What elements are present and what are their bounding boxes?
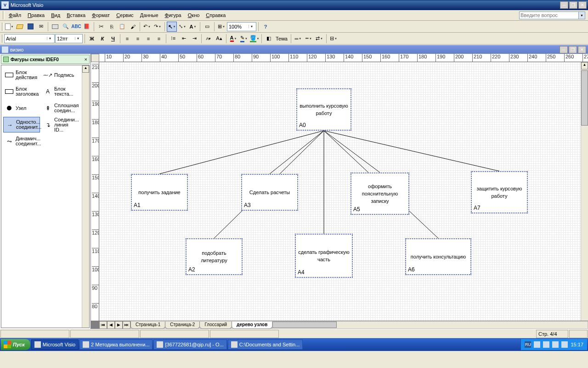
bullets-icon[interactable]: ⁝≡ bbox=[168, 34, 178, 44]
redo-icon[interactable]: ↷▼ bbox=[153, 22, 163, 32]
mail-icon[interactable]: ✉ bbox=[36, 22, 46, 32]
vertical-scrollbar[interactable]: ▲ bbox=[581, 62, 588, 321]
page-nav-last[interactable]: ⏭ bbox=[123, 321, 130, 329]
align-right-icon[interactable]: ≡ bbox=[143, 34, 153, 44]
save-icon[interactable] bbox=[25, 22, 35, 32]
taskbar-task[interactable]: C:\Documents and Settin... bbox=[228, 339, 303, 350]
paste-icon[interactable]: 📋 bbox=[117, 22, 127, 32]
connector-tool-icon[interactable]: ⤡▼ bbox=[177, 22, 187, 32]
doc-close-button[interactable]: ✕ bbox=[578, 46, 586, 53]
taskbar-task[interactable]: [367722681@qip.ru] - О... bbox=[153, 339, 226, 350]
fill-color-icon[interactable]: 🪣▼ bbox=[249, 34, 260, 44]
diagram-node-A5[interactable]: оформить пояснительную запискуA5 bbox=[351, 172, 409, 215]
tray-icon[interactable] bbox=[534, 341, 540, 348]
shapes-window-icon[interactable]: ⊞▼ bbox=[216, 22, 226, 32]
open-icon[interactable] bbox=[15, 22, 25, 32]
new-icon[interactable]: ▼ bbox=[4, 22, 14, 32]
line-pattern-icon[interactable]: ┅▼ bbox=[304, 34, 314, 44]
print-preview-icon[interactable]: 🔍 bbox=[61, 22, 71, 32]
start-button[interactable]: Пуск bbox=[1, 339, 30, 350]
menu-Формат[interactable]: Формат bbox=[89, 11, 113, 19]
shape-stencil-item[interactable]: ⇞Сплошнаясоедин... bbox=[42, 100, 79, 116]
pointer-tool-icon[interactable]: ↖▼ bbox=[167, 22, 177, 32]
page-tab[interactable]: Страница-2 bbox=[165, 322, 200, 329]
text-tool-icon[interactable]: A▼ bbox=[188, 22, 198, 32]
shape-stencil-item[interactable]: Блокдействия bbox=[3, 67, 40, 83]
menu-Правка[interactable]: Правка bbox=[24, 11, 48, 19]
diagram-node-A1[interactable]: получить заданиеA1 bbox=[131, 174, 188, 211]
increase-indent-icon[interactable]: ⇥ bbox=[189, 34, 199, 44]
rectangle-tool-icon[interactable]: ▭ bbox=[202, 22, 212, 32]
underline-icon[interactable]: Ч bbox=[108, 34, 118, 44]
align-left-icon[interactable]: ≡ bbox=[122, 34, 132, 44]
page-tab[interactable]: Глоссарий bbox=[199, 322, 232, 329]
theme-icon[interactable]: ◧ bbox=[264, 34, 274, 44]
font-name-combo[interactable]: Arial▼ bbox=[4, 34, 55, 43]
align-center-icon[interactable]: ≡ bbox=[133, 34, 143, 44]
shape-stencil-item[interactable]: ↴Соедини...линия ID... bbox=[42, 117, 79, 132]
page-nav-next[interactable]: ▶ bbox=[115, 321, 123, 329]
doc-restore-button[interactable]: ❐ bbox=[569, 46, 577, 53]
tray-clock[interactable]: 15:17 bbox=[571, 342, 583, 347]
decrease-font-icon[interactable]: A▾ bbox=[204, 34, 214, 44]
font-size-combo[interactable]: 12пт▼ bbox=[55, 34, 83, 43]
copy-icon[interactable]: ⎘ bbox=[107, 22, 117, 32]
increase-font-icon[interactable]: A▴ bbox=[214, 34, 224, 44]
cut-icon[interactable]: ✂ bbox=[96, 22, 106, 32]
menu-Вставка[interactable]: Вставка bbox=[63, 11, 89, 19]
menu-Окно[interactable]: Окно bbox=[185, 11, 203, 19]
close-button[interactable]: ✕ bbox=[578, 1, 587, 9]
shapes-scrollbar[interactable]: ▲ bbox=[82, 65, 89, 328]
diagram-node-A7[interactable]: защитить курсовую работуA7 bbox=[471, 171, 528, 213]
shape-stencil-item[interactable]: ⤳Динамич...соединит... bbox=[3, 133, 40, 149]
shape-stencil-item[interactable]: Блокзаголовка bbox=[3, 84, 40, 99]
decrease-indent-icon[interactable]: ⇤ bbox=[179, 34, 189, 44]
taskbar-task[interactable]: Microsoft Visio bbox=[31, 339, 79, 350]
ask-dropdown-icon[interactable]: ▼ bbox=[579, 12, 585, 19]
spelling-icon[interactable]: ABC bbox=[71, 22, 81, 32]
menu-Данные[interactable]: Данные bbox=[137, 11, 162, 19]
menu-Справка[interactable]: Справка bbox=[203, 11, 229, 19]
diagram-node-A4[interactable]: сделать графическую частьA4 bbox=[295, 234, 353, 278]
diagram-node-A0[interactable]: выполнить курсовую работуA0 bbox=[296, 88, 351, 131]
page-tab[interactable]: Страница-1 bbox=[130, 322, 165, 329]
zoom-combo[interactable]: 100%▼ bbox=[227, 22, 256, 31]
menu-Фигура[interactable]: Фигура bbox=[162, 11, 185, 19]
menu-Вид[interactable]: Вид bbox=[48, 11, 63, 19]
shape-stencil-item[interactable]: Узел bbox=[3, 100, 40, 116]
font-color-icon[interactable]: A▼ bbox=[228, 34, 238, 44]
line-weight-icon[interactable]: ═▼ bbox=[293, 34, 303, 44]
print-icon[interactable] bbox=[50, 22, 60, 32]
page-nav-first[interactable]: ⏮ bbox=[99, 321, 107, 329]
doc-minimize-button[interactable]: ─ bbox=[560, 46, 568, 53]
align-shapes-icon[interactable]: ⊟▼ bbox=[328, 34, 339, 44]
format-painter-icon[interactable]: 🖌 bbox=[128, 22, 138, 32]
shape-stencil-item[interactable]: →Односто...соединит... bbox=[3, 117, 40, 132]
ask-question-input[interactable] bbox=[519, 12, 579, 19]
minimize-button[interactable]: ─ bbox=[560, 1, 568, 9]
page-tab[interactable]: дерево узлов bbox=[232, 322, 272, 329]
horizontal-scrollbar[interactable] bbox=[272, 321, 588, 329]
align-justify-icon[interactable]: ≡ bbox=[154, 34, 164, 44]
research-icon[interactable]: 📕 bbox=[82, 22, 92, 32]
menu-Файл[interactable]: Файл bbox=[6, 11, 24, 19]
diagram-node-A3[interactable]: Сделать расчетыA3 bbox=[241, 174, 298, 211]
help-icon[interactable]: ? bbox=[260, 22, 271, 32]
diagram-node-A2[interactable]: подобрать литературуA2 bbox=[186, 238, 243, 275]
italic-icon[interactable]: К bbox=[97, 34, 107, 44]
menu-Сервис[interactable]: Сервис bbox=[113, 11, 137, 19]
shapes-panel-close-icon[interactable]: × bbox=[85, 57, 87, 62]
taskbar-task[interactable]: 2 Методика выполнени... bbox=[79, 339, 153, 350]
diagram-node-A6[interactable]: получить консультациюA6 bbox=[405, 238, 471, 275]
bold-icon[interactable]: Ж bbox=[87, 34, 97, 44]
tray-icon[interactable] bbox=[552, 341, 559, 348]
shape-stencil-item[interactable]: AБлоктекста... bbox=[42, 84, 79, 99]
line-ends-icon[interactable]: ⇄▼ bbox=[314, 34, 324, 44]
undo-icon[interactable]: ↶▼ bbox=[142, 22, 152, 32]
tray-icon[interactable] bbox=[561, 341, 568, 348]
drawing-canvas[interactable]: выполнить курсовую работуA0получить зада… bbox=[99, 62, 581, 321]
page-nav-prev[interactable]: ◀ bbox=[107, 321, 115, 329]
maximize-button[interactable]: ❐ bbox=[569, 1, 577, 9]
shapes-panel-title[interactable]: Фигуры схемы IDEF0 × bbox=[1, 55, 90, 64]
tray-lang-icon[interactable]: RU bbox=[525, 341, 531, 348]
